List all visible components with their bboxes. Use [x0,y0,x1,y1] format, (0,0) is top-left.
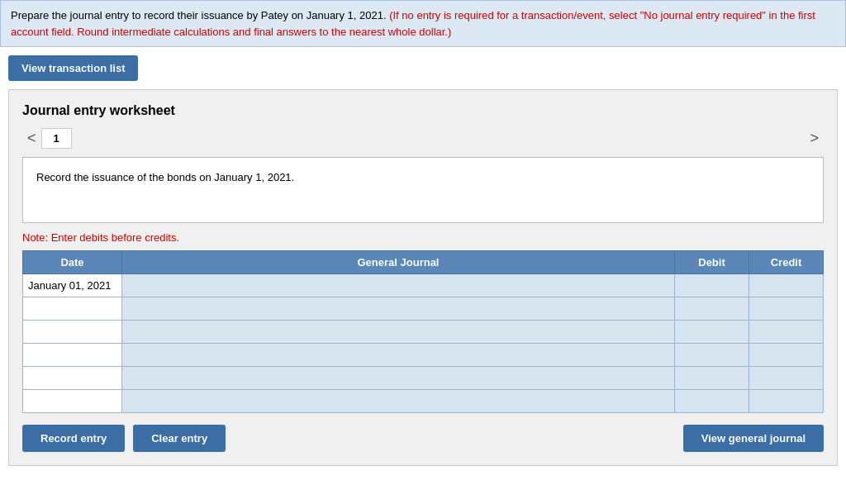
clear-entry-button[interactable]: Clear entry [133,425,226,452]
date-cell-5 [23,367,122,390]
gj-cell-1 [122,274,675,297]
table-row [23,321,824,344]
debit-cell-3 [675,321,749,344]
instruction-main-text: Prepare the journal entry to record thei… [11,9,387,21]
credit-cell-4 [749,344,824,367]
debit-input-1[interactable] [675,274,749,297]
credit-cell-1 [749,274,824,297]
table-row [23,274,824,297]
view-transaction-button[interactable]: View transaction list [8,55,138,81]
date-cell-4 [23,344,122,367]
worksheet-instruction-box: Record the issuance of the bonds on Janu… [22,157,824,223]
credit-cell-5 [749,367,824,390]
gj-cell-3 [122,321,675,344]
gj-input-6[interactable] [122,390,674,412]
journal-table: Date General Journal Debit Credit [22,250,824,413]
debit-cell-5 [675,367,749,390]
date-input-2[interactable] [23,297,121,320]
instruction-bar: Prepare the journal entry to record thei… [0,0,846,47]
worksheet-title: Journal entry worksheet [22,103,824,118]
date-cell-3 [23,321,122,344]
debit-column-header: Debit [675,251,749,274]
gj-cell-6 [122,390,675,413]
date-input-3[interactable] [23,321,121,343]
date-input-1[interactable] [23,274,121,297]
debit-input-6[interactable] [675,390,749,412]
credit-cell-6 [749,390,824,413]
credit-column-header: Credit [749,251,824,274]
credit-input-2[interactable] [749,297,823,320]
date-cell-1 [23,274,122,297]
tab-number[interactable]: 1 [41,128,72,149]
debit-cell-1 [675,274,749,297]
gj-cell-2 [122,297,675,321]
credit-cell-2 [749,297,824,321]
record-entry-button[interactable]: Record entry [22,425,125,452]
journal-entry-worksheet: Journal entry worksheet < 1 > Record the… [8,89,838,466]
action-buttons-row: Record entry Clear entry View general jo… [22,425,824,452]
worksheet-instruction-text: Record the issuance of the bonds on Janu… [36,171,294,183]
debit-input-2[interactable] [675,297,749,320]
table-row [23,297,824,321]
debits-before-credits-note: Note: Enter debits before credits. [22,231,824,244]
credit-input-1[interactable] [749,274,823,297]
tab-navigation: < 1 > [22,128,824,149]
credit-input-4[interactable] [749,344,823,366]
debit-input-5[interactable] [675,367,749,389]
gj-input-2[interactable] [122,297,674,320]
table-row [23,367,824,390]
table-row [23,390,824,413]
view-general-journal-button[interactable]: View general journal [683,425,824,452]
date-input-6[interactable] [23,390,121,412]
gj-input-1[interactable] [122,274,674,297]
debit-cell-6 [675,390,749,413]
next-tab-button[interactable]: > [805,128,824,149]
gj-input-5[interactable] [122,367,674,389]
credit-input-3[interactable] [749,321,823,343]
debit-cell-2 [675,297,749,321]
date-input-5[interactable] [23,367,121,389]
gj-input-4[interactable] [122,344,674,366]
credit-input-5[interactable] [749,367,823,389]
debit-cell-4 [675,344,749,367]
debit-input-3[interactable] [675,321,749,343]
gj-cell-5 [122,367,675,390]
date-column-header: Date [23,251,122,274]
table-row [23,344,824,367]
date-cell-6 [23,390,122,413]
credit-input-6[interactable] [749,390,823,412]
prev-tab-button[interactable]: < [22,128,41,149]
date-input-4[interactable] [23,344,121,366]
date-cell-2 [23,297,122,321]
gj-cell-4 [122,344,675,367]
gj-input-3[interactable] [122,321,674,343]
debit-input-4[interactable] [675,344,749,366]
credit-cell-3 [749,321,824,344]
general-journal-column-header: General Journal [122,251,675,274]
